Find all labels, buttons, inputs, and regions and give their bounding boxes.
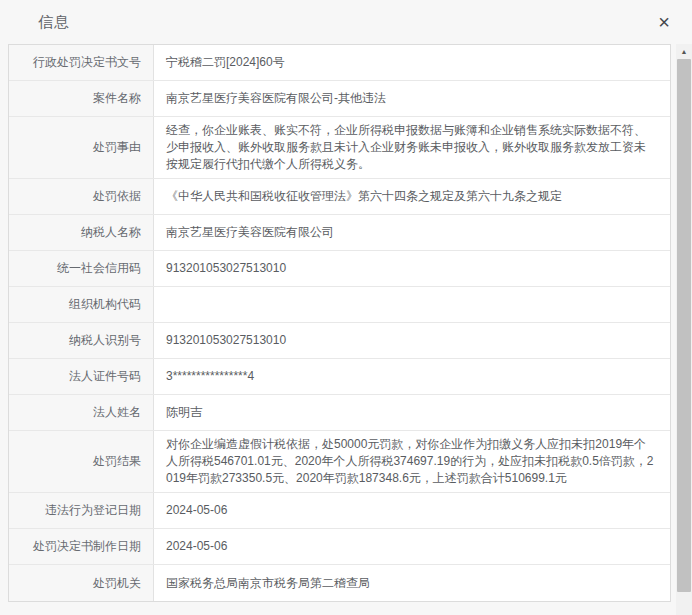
info-dialog: 信息 × 行政处罚决定书文号 宁税稽二罚[2024]60号 案件名称 南京艺星医…: [0, 0, 692, 615]
row-label: 处罚机关: [9, 565, 154, 601]
row-value: 国家税务总局南京市税务局第二稽查局: [154, 565, 670, 601]
row-label: 行政处罚决定书文号: [9, 45, 154, 80]
row-label: 处罚结果: [9, 431, 154, 492]
table-row: 处罚事由 经查，你企业账表、账实不符，企业所得税申报数据与账簿和企业销售系统实际…: [9, 117, 670, 179]
row-value: 宁税稽二罚[2024]60号: [154, 45, 670, 80]
table-row: 统一社会信用码 913201053027513010: [9, 251, 670, 287]
table-row: 行政处罚决定书文号 宁税稽二罚[2024]60号: [9, 45, 670, 81]
row-label: 处罚决定书制作日期: [9, 529, 154, 564]
row-value: 913201053027513010: [154, 251, 670, 286]
row-label: 案件名称: [9, 81, 154, 116]
table-row: 纳税人名称 南京艺星医疗美容医院有限公司: [9, 215, 670, 251]
scroll-up-icon[interactable]: ▲: [676, 44, 692, 59]
row-value: 《中华人民共和国税收征收管理法》第六十四条之规定及第六十九条之规定: [154, 179, 670, 214]
table-row: 法人证件号码 3****************4: [9, 359, 670, 395]
row-value: 913201053027513010: [154, 323, 670, 358]
row-label: 统一社会信用码: [9, 251, 154, 286]
close-icon[interactable]: ×: [650, 8, 678, 36]
scrollbar[interactable]: ▲: [676, 44, 692, 615]
row-value: 对你企业编造虚假计税依据，处50000元罚款，对你企业作为扣缴义务人应扣未扣20…: [154, 431, 670, 492]
penalty-info-table: 行政处罚决定书文号 宁税稽二罚[2024]60号 案件名称 南京艺星医疗美容医院…: [8, 44, 671, 602]
row-value: 2024-05-06: [154, 493, 670, 528]
row-value: 陈明吉: [154, 395, 670, 430]
row-value: 南京艺星医疗美容医院有限公司-其他违法: [154, 81, 670, 116]
row-label: 法人证件号码: [9, 359, 154, 394]
table-row: 处罚依据 《中华人民共和国税收征收管理法》第六十四条之规定及第六十九条之规定: [9, 179, 670, 215]
table-row: 案件名称 南京艺星医疗美容医院有限公司-其他违法: [9, 81, 670, 117]
dialog-header: 信息 ×: [0, 0, 692, 44]
table-row: 违法行为登记日期 2024-05-06: [9, 493, 670, 529]
row-label: 组织机构代码: [9, 287, 154, 322]
row-value: 经查，你企业账表、账实不符，企业所得税申报数据与账簿和企业销售系统实际数据不符、…: [154, 117, 670, 178]
row-value: [154, 287, 670, 322]
table-row: 处罚决定书制作日期 2024-05-06: [9, 529, 670, 565]
table-row: 纳税人识别号 913201053027513010: [9, 323, 670, 359]
row-label: 违法行为登记日期: [9, 493, 154, 528]
row-label: 处罚事由: [9, 117, 154, 178]
table-row: 法人姓名 陈明吉: [9, 395, 670, 431]
table-row: 组织机构代码: [9, 287, 670, 323]
row-value: 南京艺星医疗美容医院有限公司: [154, 215, 670, 250]
row-label: 处罚依据: [9, 179, 154, 214]
row-label: 纳税人名称: [9, 215, 154, 250]
row-label: 纳税人识别号: [9, 323, 154, 358]
row-value: 2024-05-06: [154, 529, 670, 564]
row-label: 法人姓名: [9, 395, 154, 430]
table-row: 处罚机关 国家税务总局南京市税务局第二稽查局: [9, 565, 670, 601]
dialog-title: 信息: [38, 13, 70, 32]
scrollbar-thumb[interactable]: [677, 59, 691, 592]
table-row: 处罚结果 对你企业编造虚假计税依据，处50000元罚款，对你企业作为扣缴义务人应…: [9, 431, 670, 493]
row-value: 3****************4: [154, 359, 670, 394]
